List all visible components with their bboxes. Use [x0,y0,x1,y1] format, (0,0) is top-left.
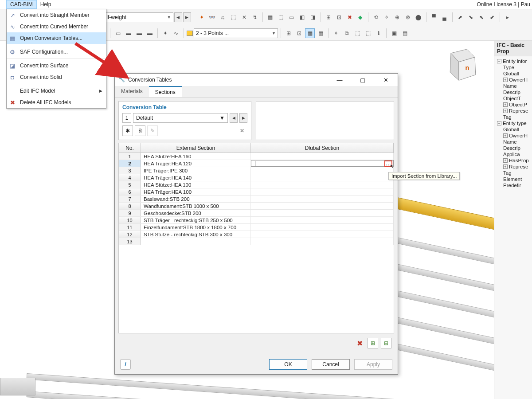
cell-dlubal[interactable] [251,231,394,238]
menu-saf-config[interactable]: ⚙SAF Configuration... [7,46,106,58]
table-row[interactable]: 2HEA Träger:HEA 120…↖ [119,160,394,167]
cell-external[interactable]: Geschossdecke:STB 200 [141,210,251,216]
cell-dlubal[interactable] [251,196,394,202]
tool-btn[interactable]: ▀ [429,12,439,22]
tool-btn[interactable]: ⬚ [352,28,362,38]
export-button[interactable]: ⊞ [368,338,378,348]
tool-btn[interactable]: ▬ [145,28,155,38]
tool-btn[interactable]: ✦ [160,28,170,38]
table-row[interactable]: 13 [119,238,394,245]
tree-node[interactable]: +OwnerH [495,133,531,139]
cell-dlubal[interactable] [251,217,394,223]
cell-external[interactable]: STB Träger - rechteckig:STB 250 x 500 [141,217,251,223]
tool-btn[interactable]: ⊞ [324,12,333,22]
tool-btn[interactable]: ✧ [382,12,391,22]
menu-edit-ifc[interactable]: Edit IFC Model▶ [7,85,106,97]
cell-external[interactable]: Wandfundament:STB 1000 x 500 [141,203,251,209]
tree-node[interactable]: +HasProp [495,157,531,164]
tool-btn[interactable]: ▬ [134,28,144,38]
cell-dlubal[interactable] [251,153,394,160]
cell-external[interactable]: HEA Träger:HEA 100 [141,188,251,195]
prev-button[interactable]: ◀ [174,12,182,22]
menu-convert-surface[interactable]: ◪Convert into Surface [7,60,106,71]
tool-btn[interactable]: ✧ [331,28,341,38]
next-button[interactable]: ▶ [183,12,191,22]
tree-node[interactable]: −Entity infor [495,58,531,64]
new-table-button[interactable]: ✱ [122,125,133,136]
menu-convert-curved[interactable]: ∿Convert into Curved Member [7,21,106,32]
tool-btn[interactable]: ▦ [316,28,325,38]
glasses-icon[interactable]: 👓 [207,12,217,22]
tool-btn[interactable]: ℹ [374,28,383,38]
tree-node[interactable]: Type [495,64,531,70]
tree-node[interactable]: −Entity type [495,120,531,126]
cell-dlubal[interactable] [251,181,394,188]
tool-btn[interactable]: ⊕ [392,12,402,22]
minimize-button[interactable]: — [329,74,350,86]
tool-btn[interactable]: ⬈ [455,12,465,22]
cancel-button[interactable]: Cancel [312,359,350,370]
library-picker-button[interactable]: … [384,160,392,167]
tool-btn[interactable]: ⬚ [276,12,286,22]
cell-dlubal[interactable] [251,174,394,181]
maximize-button[interactable]: ▢ [352,74,373,86]
table-row[interactable]: 6HEA Träger:HEA 100 [119,188,394,196]
tool-btn[interactable]: ∿ [171,28,181,38]
tool-btn[interactable]: ⊞ [284,28,293,38]
tool-btn[interactable]: ◆ [356,12,365,22]
tool-btn[interactable]: ⧉ [342,28,352,38]
tree-node[interactable]: Name [495,139,531,145]
tool-btn[interactable]: ⬚ [363,28,373,38]
table-row[interactable]: 12STB Stütze - rechteckig:STB 300 x 300 [119,231,394,238]
tab-materials[interactable]: Materials [115,86,149,97]
star-icon[interactable]: ✦ [197,12,207,22]
tree-node[interactable]: GlobalI [495,126,531,133]
cell-dlubal[interactable] [251,188,394,195]
tree-node[interactable]: Element [495,176,531,182]
menu-delete-ifc[interactable]: ✖Delete All IFC Models [7,97,106,108]
tree-node[interactable]: Descrip [495,145,531,151]
import-button[interactable]: ⊟ [381,338,391,348]
tool-btn[interactable]: ⎌ [218,12,228,22]
cell-dlubal[interactable] [251,224,394,231]
cell-dlubal[interactable] [251,238,394,245]
tree-node[interactable]: +ObjectP [495,102,531,108]
menu-help[interactable]: Help [37,0,55,8]
tool-btn[interactable]: ▤ [400,28,410,38]
nav-cube[interactable]: n [439,45,479,85]
points-combo[interactable]: 2 - 3 Points ... ▼ [194,28,278,38]
tab-sections[interactable]: Sections [149,86,182,97]
loadcase-combo[interactable]: Self-weight ▼ [98,12,173,22]
help-button[interactable]: i [120,359,131,370]
table-row[interactable]: 10STB Träger - rechteckig:STB 250 x 500 [119,217,394,224]
tool-btn[interactable]: ⬊ [466,12,476,22]
table-row[interactable]: 7Basiswand:STB 200 [119,196,394,203]
cell-external[interactable]: Basiswand:STB 200 [141,196,251,202]
tree-node[interactable]: GlobalI [495,70,531,77]
cell-external[interactable]: HEA Träger:HEA 140 [141,174,251,181]
tool-btn[interactable]: ▬ [124,28,133,38]
tool-btn[interactable]: ◨ [308,12,318,22]
cell-external[interactable]: STB Stütze - rechteckig:STB 300 x 300 [141,231,251,238]
tool-btn[interactable]: ↯ [250,12,260,22]
table-row[interactable]: 1HEA Stütze:HEA 160 [119,153,394,160]
cell-external[interactable] [141,238,251,245]
cell-external[interactable]: Einzelfundament:STB 1800 x 1800 x 700 [141,224,251,231]
tool-btn[interactable]: ⬉ [477,12,486,22]
cell-external[interactable]: IPE Träger:IPE 300 [141,167,251,174]
tree-node[interactable]: Predefir [495,182,531,188]
table-row[interactable]: 9Geschossdecke:STB 200 [119,210,394,217]
tool-btn[interactable]: ▸ [503,12,512,22]
tool-btn[interactable]: ⟲ [371,12,381,22]
table-row[interactable]: 11Einzelfundament:STB 1800 x 1800 x 700 [119,224,394,231]
tree-node[interactable]: Name [495,83,531,89]
tool-btn[interactable]: ⊗ [403,12,413,22]
tree-node[interactable]: ObjectT [495,95,531,102]
tool-btn[interactable]: ⬋ [487,12,497,22]
tree-node[interactable]: +OwnerH [495,77,531,83]
delete-table-button[interactable]: ✕ [237,125,247,136]
table-number[interactable]: 1 [122,113,131,123]
menu-convert-straight[interactable]: ↗Convert into Straight Member [7,9,106,21]
tool-btn[interactable]: ⬚ [229,12,239,22]
cell-dlubal[interactable] [251,210,394,216]
